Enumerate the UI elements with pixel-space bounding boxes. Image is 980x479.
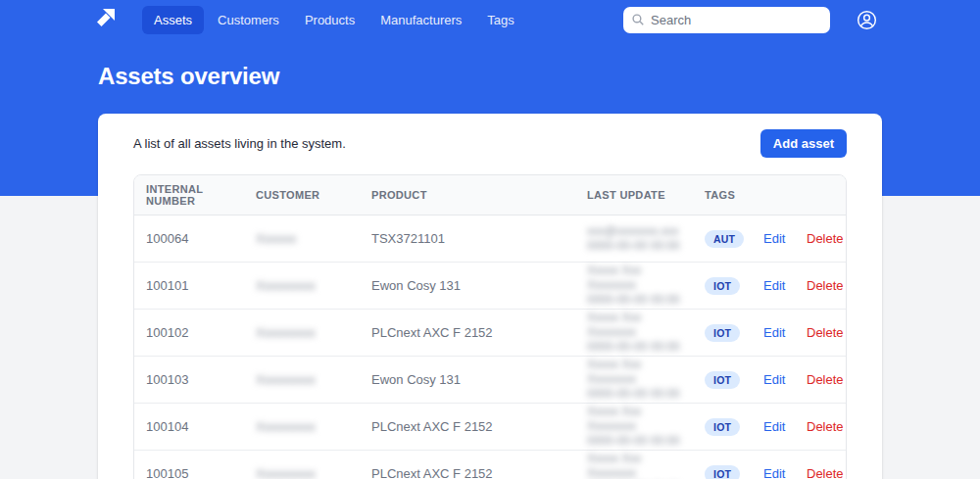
delete-link[interactable]: Delete xyxy=(807,325,844,340)
edit-link[interactable]: Edit xyxy=(763,466,785,479)
app-logo[interactable] xyxy=(93,7,119,32)
cell-internal-number: 100064 xyxy=(134,216,246,263)
cell-delete: Delete xyxy=(797,451,847,479)
table-row: 100104 Xxxxxxxxx PLCnext AXC F 2152 Xxxx… xyxy=(134,404,847,451)
cell-delete: Delete xyxy=(797,310,847,357)
tag-badge: IOT xyxy=(705,324,740,342)
cell-tags: IOT xyxy=(695,310,754,357)
cell-edit: Edit xyxy=(754,404,797,451)
table-row: 100103 Xxxxxxxxx Ewon Cosy 131 Xxxxx Xxx… xyxy=(134,357,847,404)
cell-tags: IOT xyxy=(695,404,754,451)
assets-panel: A list of all assets living in the syste… xyxy=(98,114,882,479)
column-header-product: Product xyxy=(362,175,577,216)
cell-last-update-redacted: Xxxxx Xxx Xxxxxxxx0000-00-00 00:00 xyxy=(577,310,695,357)
cell-customer-redacted: Xxxxxxxxx xyxy=(246,404,362,451)
cell-tags: IOT xyxy=(695,451,754,479)
table-row: 100101 Xxxxxxxxx Ewon Cosy 131 Xxxxx Xxx… xyxy=(134,263,847,310)
cell-internal-number: 100101 xyxy=(134,263,246,310)
cell-tags: AUT xyxy=(695,216,754,263)
cell-edit: Edit xyxy=(754,310,797,357)
cell-product: TSX3721101 xyxy=(362,216,577,263)
delete-link[interactable]: Delete xyxy=(807,419,844,434)
cell-internal-number: 100104 xyxy=(134,404,246,451)
cell-last-update-redacted: Xxxxx Xxx Xxxxxxxx0000-00-00 00:00 xyxy=(577,263,695,310)
search-box[interactable] xyxy=(623,7,830,33)
tag-badge: AUT xyxy=(705,230,744,248)
top-navigation-bar: Assets Customers Products Manufacturers … xyxy=(0,0,980,39)
cell-customer-redacted: Xxxxxxxxx xyxy=(246,263,362,310)
delete-link[interactable]: Delete xyxy=(807,372,844,387)
nav-item-customers[interactable]: Customers xyxy=(206,6,291,34)
cell-tags: IOT xyxy=(695,263,754,310)
delete-link[interactable]: Delete xyxy=(807,278,844,293)
table-row: 100102 Xxxxxxxxx PLCnext AXC F 2152 Xxxx… xyxy=(134,310,847,357)
page-title: Assets overview xyxy=(98,63,882,90)
edit-link[interactable]: Edit xyxy=(763,372,785,387)
assets-table: Internal number Customer Product Last up… xyxy=(133,174,847,479)
main-nav: Assets Customers Products Manufacturers … xyxy=(142,6,526,34)
arrow-up-right-logo-icon xyxy=(94,6,118,33)
cell-product: PLCnext AXC F 2152 xyxy=(362,310,577,357)
nav-item-tags[interactable]: Tags xyxy=(475,6,525,34)
cell-delete: Delete xyxy=(797,357,847,404)
column-header-last-update: Last update xyxy=(577,175,695,216)
edit-link[interactable]: Edit xyxy=(763,231,785,246)
cell-edit: Edit xyxy=(754,263,797,310)
cell-product: PLCnext AXC F 2152 xyxy=(362,404,577,451)
cell-tags: IOT xyxy=(695,357,754,404)
cell-customer-redacted: Xxxxxxxxx xyxy=(246,310,362,357)
nav-item-manufacturers[interactable]: Manufacturers xyxy=(368,6,473,34)
search-icon xyxy=(631,13,645,26)
cell-customer-redacted: Xxxxxxxxx xyxy=(246,357,362,404)
cell-customer-redacted: Xxxxxxxxx xyxy=(246,451,362,479)
user-menu-button[interactable] xyxy=(856,9,878,31)
delete-link[interactable]: Delete xyxy=(807,466,844,479)
cell-internal-number: 100105 xyxy=(134,451,246,479)
column-header-internal-number: Internal number xyxy=(134,175,246,216)
cell-edit: Edit xyxy=(754,216,797,263)
search-input[interactable] xyxy=(651,13,822,27)
tag-badge: IOT xyxy=(705,277,740,295)
tag-badge: IOT xyxy=(705,371,740,389)
edit-link[interactable]: Edit xyxy=(763,419,785,434)
panel-description: A list of all assets living in the syste… xyxy=(133,136,346,151)
cell-customer-redacted: Xxxxxx xyxy=(246,216,362,263)
add-asset-button[interactable]: Add asset xyxy=(760,129,847,158)
cell-edit: Edit xyxy=(754,357,797,404)
cell-product: PLCnext AXC F 2152 xyxy=(362,451,577,479)
table-row: 100105 Xxxxxxxxx PLCnext AXC F 2152 Xxxx… xyxy=(134,451,847,479)
cell-last-update-redacted: xxx@xxxxxxx.xxx0000-00-00 00:00 xyxy=(577,216,695,263)
nav-item-products[interactable]: Products xyxy=(293,6,367,34)
delete-link[interactable]: Delete xyxy=(807,231,844,246)
cell-delete: Delete xyxy=(797,404,847,451)
edit-link[interactable]: Edit xyxy=(763,278,785,293)
cell-edit: Edit xyxy=(754,451,797,479)
table-header-row: Internal number Customer Product Last up… xyxy=(134,175,847,216)
table-row: 100064 Xxxxxx TSX3721101 xxx@xxxxxxx.xxx… xyxy=(134,216,847,263)
column-header-delete-spacer xyxy=(797,175,847,216)
cell-delete: Delete xyxy=(797,216,847,263)
cell-last-update-redacted: Xxxxx Xxx Xxxxxxxx0000-00-00 00:00 xyxy=(577,357,695,404)
column-header-edit-spacer xyxy=(754,175,797,216)
tag-badge: IOT xyxy=(705,418,740,436)
cell-last-update-redacted: Xxxxx Xxx Xxxxxxxx0000-00-00 00:00 xyxy=(577,451,695,479)
edit-link[interactable]: Edit xyxy=(763,325,785,340)
tag-badge: IOT xyxy=(705,465,740,479)
cell-delete: Delete xyxy=(797,263,847,310)
cell-last-update-redacted: Xxxxx Xxx Xxxxxxxx0000-00-00 00:00 xyxy=(577,404,695,451)
column-header-tags: Tags xyxy=(695,175,754,216)
nav-item-assets[interactable]: Assets xyxy=(142,6,204,34)
cell-product: Ewon Cosy 131 xyxy=(362,357,577,404)
cell-internal-number: 100102 xyxy=(134,310,246,357)
column-header-customer: Customer xyxy=(246,175,362,216)
cell-internal-number: 100103 xyxy=(134,357,246,404)
cell-product: Ewon Cosy 131 xyxy=(362,263,577,310)
user-circle-icon xyxy=(856,9,878,31)
